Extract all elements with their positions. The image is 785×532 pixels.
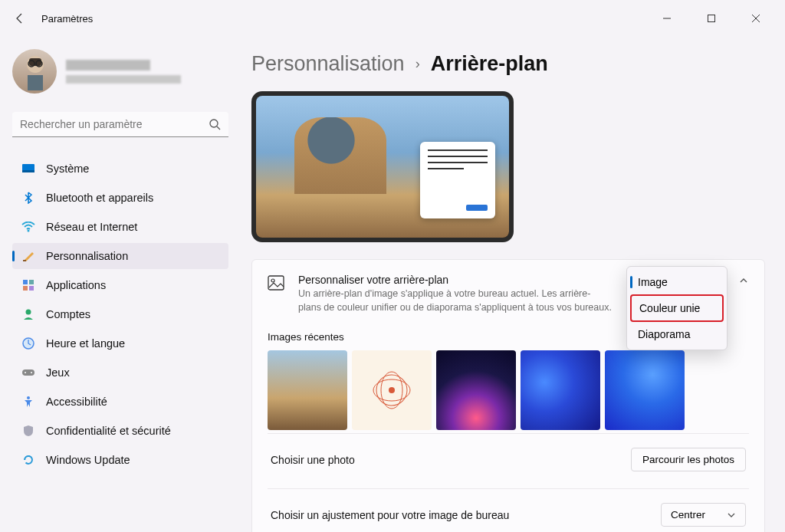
nav-accounts[interactable]: Comptes [12,301,228,327]
choose-fit-label: Choisir un ajustement pour votre image d… [271,509,509,521]
display-icon [21,162,35,176]
nav-label: Heure et langue [46,337,125,350]
nav-label: Réseau et Internet [46,221,137,233]
svg-rect-3 [29,58,41,66]
nav-label: Système [46,163,89,175]
svg-rect-10 [22,170,34,172]
nav-list: Système Bluetooth et appareils Réseau et… [12,156,228,473]
svg-rect-14 [29,280,34,284]
svg-point-17 [26,310,31,315]
accessibility-icon [21,395,35,409]
svg-rect-6 [28,75,43,90]
search-box[interactable] [12,112,228,137]
fit-select[interactable]: Centrer [661,503,746,527]
dropdown-option-solid-color[interactable]: Couleur unie [630,294,724,322]
nav-network[interactable]: Réseau et Internet [12,214,228,240]
apps-icon [21,278,35,292]
svg-rect-19 [22,369,34,376]
nav-time-lang[interactable]: Heure et langue [12,330,228,356]
update-icon [21,453,35,467]
svg-point-28 [389,387,395,393]
chevron-down-icon [727,511,736,520]
personalize-background-card: Personnaliser votre arrière-plan Un arri… [251,259,765,532]
svg-rect-12 [23,260,26,261]
picture-icon [268,275,284,294]
avatar [12,49,57,94]
page-title: Arrière-plan [431,52,548,76]
search-input[interactable] [20,118,209,130]
nav-label: Confidentialité et sécurité [46,425,171,437]
svg-point-21 [31,372,32,373]
title-bar: Paramètres [0,0,785,37]
svg-point-24 [271,279,274,282]
recent-images-list [268,350,749,430]
nav-label: Applications [46,279,106,291]
back-button[interactable] [8,6,32,31]
card-title: Personnaliser votre arrière-plan [298,274,613,286]
nav-apps[interactable]: Applications [12,272,228,298]
nav-accessibility[interactable]: Accessibilité [12,389,228,415]
recent-image-thumb[interactable] [605,350,685,430]
recent-image-thumb[interactable] [268,350,347,430]
desktop-preview [251,91,514,242]
svg-line-8 [217,126,220,130]
svg-rect-13 [23,280,28,284]
svg-rect-16 [29,286,34,291]
breadcrumb: Personnalisation › Arrière-plan [251,52,765,76]
nav-label: Bluetooth et appareils [46,192,153,204]
breadcrumb-parent[interactable]: Personnalisation [251,52,405,76]
fit-value: Centrer [671,509,705,521]
browse-photos-button[interactable]: Parcourir les photos [631,448,746,471]
preview-window-mock [420,142,495,218]
background-type-dropdown[interactable]: Image Couleur unie Diaporama [626,266,728,350]
chevron-right-icon: › [415,56,420,72]
close-button[interactable] [741,6,771,31]
svg-point-22 [27,396,30,399]
bluetooth-icon [21,191,35,205]
nav-label: Personnalisation [46,250,128,262]
nav-system[interactable]: Système [12,156,228,182]
nav-personalization[interactable]: Personnalisation [12,243,228,269]
svg-point-11 [28,230,30,232]
clock-globe-icon [21,337,35,350]
svg-point-20 [25,372,26,373]
svg-rect-15 [23,286,28,291]
search-icon [209,118,221,130]
gamepad-icon [21,366,35,379]
nav-label: Accessibilité [46,396,107,408]
nav-windows-update[interactable]: Windows Update [12,447,228,473]
shield-icon [21,424,35,438]
nav-gaming[interactable]: Jeux [12,360,228,386]
svg-point-7 [210,120,218,127]
nav-label: Jeux [46,366,70,379]
recent-image-thumb[interactable] [436,350,516,430]
user-profile[interactable] [12,46,228,97]
dropdown-option-slideshow[interactable]: Diaporama [630,322,724,346]
person-icon [21,307,35,321]
nav-privacy[interactable]: Confidentialité et sécurité [12,418,228,444]
maximize-button[interactable] [696,6,727,31]
card-description: Un arrière-plan d'image s'applique à vot… [298,287,613,314]
sidebar: Système Bluetooth et appareils Réseau et… [0,37,236,532]
recent-image-thumb[interactable] [352,350,432,430]
nav-label: Windows Update [46,454,130,466]
choose-photo-label: Choisir une photo [271,454,355,466]
wifi-icon [21,220,35,234]
nav-label: Comptes [46,308,90,320]
window-title: Paramètres [41,13,93,25]
svg-rect-1 [708,15,715,22]
user-info [66,60,181,84]
recent-image-thumb[interactable] [521,350,600,430]
minimize-button[interactable] [652,6,682,31]
svg-rect-23 [268,276,284,290]
paint-icon [21,249,35,263]
dropdown-option-image[interactable]: Image [630,270,724,294]
expand-chevron[interactable] [738,275,749,289]
nav-bluetooth[interactable]: Bluetooth et appareils [12,185,228,211]
main-content: Personnalisation › Arrière-plan Personna… [236,37,785,532]
